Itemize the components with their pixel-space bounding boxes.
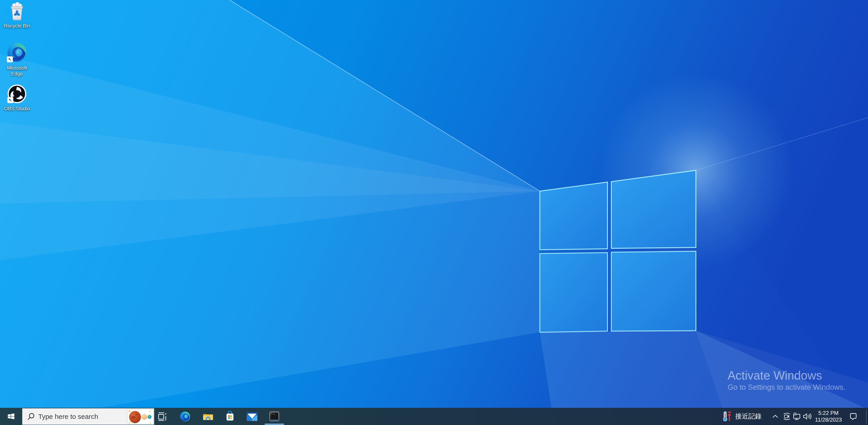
taskbar-search[interactable] bbox=[22, 408, 154, 425]
volume-icon bbox=[803, 413, 812, 420]
desktop-icon-label: OBS Studio bbox=[3, 106, 31, 112]
taskbar-command-prompt-button[interactable]: C:\_ bbox=[263, 408, 285, 425]
taskbar-file-explorer-button[interactable] bbox=[197, 408, 219, 425]
taskbar-store-button[interactable] bbox=[219, 408, 241, 425]
volume-button[interactable] bbox=[802, 408, 813, 425]
desktop-icon-microsoft-edge[interactable]: Microsoft Edge bbox=[0, 42, 34, 77]
network-icon bbox=[793, 412, 801, 421]
meet-now-icon bbox=[783, 413, 790, 420]
activate-windows-watermark: Activate Windows Go to Settings to activ… bbox=[727, 369, 845, 392]
taskbar-clock[interactable]: 5:22 PM 11/28/2023 bbox=[813, 408, 844, 425]
shortcut-arrow-icon bbox=[7, 97, 13, 103]
wallpaper-windows-light-rays bbox=[0, 0, 868, 425]
desktop-icon-label: Microsoft Edge bbox=[3, 65, 31, 77]
taskbar-task-view-button[interactable] bbox=[151, 408, 174, 425]
chevron-up-icon bbox=[772, 414, 779, 419]
desktop-icon-obs-studio[interactable]: OBS Studio bbox=[0, 84, 34, 112]
desktop-icon-recycle-bin[interactable]: Recycle Bin bbox=[0, 2, 34, 29]
taskbar-mail-button[interactable] bbox=[241, 408, 263, 425]
svg-text:C:\_: C:\_ bbox=[271, 413, 276, 415]
shortcut-arrow-icon bbox=[7, 56, 13, 62]
network-button[interactable] bbox=[792, 408, 802, 425]
temperature-tray-icon[interactable] bbox=[722, 411, 732, 422]
command-prompt-icon: C:\_ bbox=[269, 412, 279, 421]
microsoft-store-icon bbox=[225, 411, 235, 422]
action-center-button[interactable] bbox=[848, 408, 859, 425]
sparkle-icon bbox=[128, 421, 131, 424]
desktop-icon-label: Recycle Bin bbox=[3, 23, 31, 29]
temperature-widget-label[interactable]: 接近記錄 bbox=[735, 408, 762, 425]
mail-icon bbox=[247, 412, 257, 421]
small-planet-icon bbox=[141, 414, 147, 420]
start-button[interactable] bbox=[0, 408, 22, 425]
show-desktop-button[interactable] bbox=[866, 409, 866, 424]
watermark-title: Activate Windows bbox=[727, 369, 845, 382]
taskbar: C:\_ 接近記錄 bbox=[0, 408, 868, 425]
desktop: Recycle Bin Microsoft Edge OBS bbox=[0, 0, 868, 425]
task-view-icon bbox=[158, 412, 167, 421]
sparkle-icon bbox=[128, 409, 131, 413]
windows-start-icon bbox=[6, 412, 16, 421]
meet-now-button[interactable] bbox=[782, 408, 792, 425]
running-app-indicator bbox=[265, 424, 284, 425]
microsoft-edge-icon bbox=[180, 411, 190, 422]
search-icon bbox=[27, 413, 35, 421]
recycle-bin-icon bbox=[8, 2, 26, 21]
file-explorer-icon bbox=[203, 412, 214, 421]
action-center-icon bbox=[849, 413, 857, 420]
clock-date: 11/28/2023 bbox=[815, 416, 842, 423]
mars-planet-icon bbox=[129, 411, 141, 423]
show-hidden-icons-button[interactable] bbox=[771, 408, 780, 425]
search-highlights-button[interactable] bbox=[127, 409, 154, 424]
watermark-subtitle: Go to Settings to activate Windows. bbox=[727, 382, 845, 392]
clock-time: 5:22 PM bbox=[818, 409, 838, 416]
taskbar-edge-button[interactable] bbox=[174, 408, 196, 425]
